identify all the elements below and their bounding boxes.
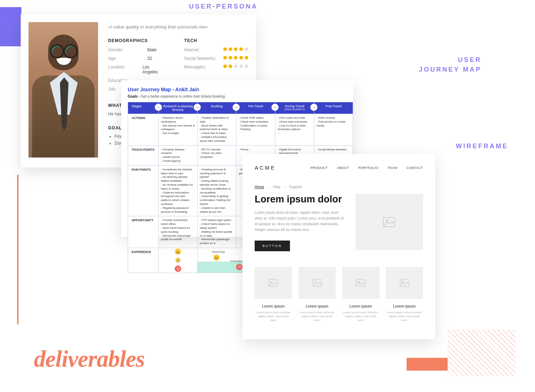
sad-face-icon: ☹ [175, 265, 181, 272]
chevron-right-icon: › [268, 185, 269, 189]
image-placeholder [386, 267, 423, 299]
wire-grid-item: Lorem ipsumLorem ipsum dolor sit amet, s… [386, 267, 423, 323]
svg-point-9 [402, 281, 404, 283]
item-title: Lorem ipsum [342, 304, 379, 308]
persona-photo [29, 22, 98, 158]
nav-product[interactable]: PRODUCT [311, 166, 328, 170]
decor-coral-block [407, 358, 448, 371]
bc-help[interactable]: Help [273, 185, 281, 189]
sad-face-icon: ☹ [236, 264, 243, 270]
heading-deliverables: deliverables [34, 345, 145, 372]
arrow-right-icon: → [194, 104, 201, 111]
journey-title: User Journey Map - Ankit Jain [128, 87, 353, 92]
wire-hero-body: Lorem ipsum dolor sit amet, sapien etiam… [255, 210, 344, 233]
wire-grid-item: Lorem ipsumLorem ipsum dolor sit amet, s… [342, 267, 379, 323]
bc-support[interactable]: Support [289, 185, 302, 189]
svg-point-3 [271, 281, 272, 283]
tech-heading: TECH [184, 38, 248, 43]
item-title: Lorem ipsum [299, 304, 336, 308]
svg-point-5 [315, 281, 316, 283]
wire-item-grid: Lorem ipsumLorem ipsum dolor sit amet, s… [255, 267, 423, 323]
item-body: Lorem ipsum dolor sit amet, sapien etiam… [386, 310, 423, 323]
bc-home[interactable]: Home [255, 185, 264, 189]
wire-cta-button[interactable]: BUTTON [255, 241, 290, 251]
stage-4: →Post-Travel [314, 102, 353, 114]
persona-quote: «I value quality in everything that surr… [108, 24, 248, 30]
nav-team[interactable]: TEAM [388, 166, 397, 170]
happy-face-icon: 😀 [175, 248, 181, 255]
svg-point-1 [386, 220, 388, 222]
nav-portfolio[interactable]: PORTFOLIO [358, 166, 378, 170]
svg-rect-6 [356, 279, 365, 287]
nav-about[interactable]: ABOUT [337, 166, 349, 170]
wire-grid-item: Lorem ipsumLorem ipsum dolor sit amet, s… [299, 267, 336, 323]
item-body: Lorem ipsum dolor sit amet, sapien etiam… [299, 310, 336, 323]
stage-3: →During-Travel(Arival at platform) [275, 102, 314, 114]
item-title: Lorem ipsum [255, 304, 292, 308]
exp-searching-label: Searching [212, 250, 225, 253]
exp-frustrated-label: Frustrated [230, 259, 243, 263]
svg-rect-8 [400, 279, 409, 287]
wire-nav-links: PRODUCTABOUTPORTFOLIOTEAMCONTACT [311, 166, 423, 170]
decor-stripes [448, 330, 515, 376]
item-title: Lorem ipsum [386, 304, 423, 308]
image-placeholder [342, 267, 379, 299]
nav-contact[interactable]: CONTACT [407, 166, 423, 170]
section-label-persona: USER-PERSONA [189, 3, 258, 10]
arrow-right-icon: → [233, 104, 240, 111]
arrow-right-icon: → [155, 104, 162, 111]
stage-0: →Research & planning itinerary [159, 102, 198, 114]
stage-1: →Booking [198, 102, 236, 114]
image-placeholder [255, 267, 292, 299]
neutral-face-icon: 😐 [175, 257, 181, 263]
wire-logo: ACME [255, 165, 276, 171]
svg-rect-2 [269, 279, 277, 287]
section-label-journey: USER JOURNEY MAP [419, 55, 482, 74]
wire-grid-item: Lorem ipsumLorem ipsum dolor sit amet, s… [255, 267, 292, 323]
demographics-heading: DEMOGRAPHICS [108, 38, 163, 43]
tech-social-row: Social Networks: [184, 56, 248, 61]
chevron-right-icon: › [284, 185, 285, 189]
image-placeholder [299, 267, 336, 299]
wire-hero-title: Lorem ipsum dolor [255, 194, 344, 205]
svg-point-7 [358, 281, 360, 283]
decor-purple-block [0, 7, 21, 46]
tech-internet-row: Internet: [184, 47, 248, 52]
breadcrumb: Home › Help › Support [255, 185, 423, 189]
section-label-wireframe: WIREFRAME [456, 143, 508, 150]
decor-coral-line [17, 175, 19, 324]
image-placeholder [355, 194, 423, 250]
item-body: Lorem ipsum dolor sit amet, sapien etiam… [255, 310, 292, 323]
item-body: Lorem ipsum dolor sit amet, sapien etiam… [342, 310, 379, 323]
wireframe-card: ACME PRODUCTABOUTPORTFOLIOTEAMCONTACT Ho… [243, 154, 435, 339]
svg-rect-4 [313, 279, 321, 287]
arrow-right-icon: → [310, 104, 317, 111]
happy-face-icon: 😀 [213, 254, 220, 261]
stage-2: →Pre-Travel [236, 102, 275, 114]
svg-rect-0 [383, 217, 395, 227]
tech-messagers-row: Messagers: [184, 65, 248, 69]
